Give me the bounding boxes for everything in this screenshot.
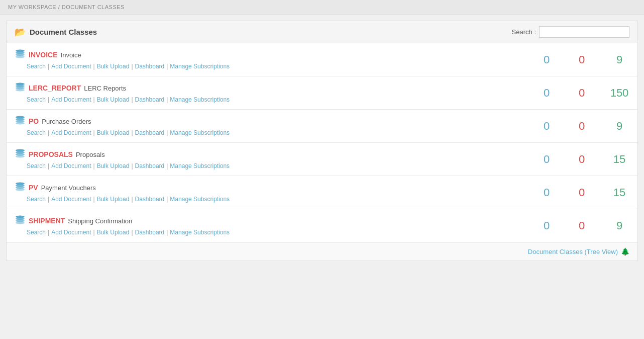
row-link-bulk-upload[interactable]: Bulk Upload [97,63,130,70]
row-links: Search | Add Document | Bulk Upload | Da… [15,129,529,136]
row-link-add-document[interactable]: Add Document [51,196,91,203]
row-link-add-document[interactable]: Add Document [51,63,91,70]
separator: | [166,196,168,203]
count-cyan: 0 [539,153,554,166]
separator: | [48,129,49,136]
search-input[interactable] [539,26,629,38]
class-name: LERC Reports [84,84,126,92]
separator: | [131,229,133,236]
table-row: LERC_REPORT LERC Reports Search | Add Do… [7,76,637,110]
breadcrumb-separator: / [58,4,60,10]
svg-point-3 [16,50,25,52]
count-red: 0 [574,87,589,100]
row-link-bulk-upload[interactable]: Bulk Upload [97,196,130,203]
separator: | [166,96,168,103]
row-link-bulk-upload[interactable]: Bulk Upload [97,129,130,136]
count-cyan: 0 [539,219,554,232]
row-link-search[interactable]: Search [27,229,46,236]
document-classes-list: INVOICE Invoice Search | Add Document | … [7,43,637,242]
row-link-add-document[interactable]: Add Document [51,162,91,170]
count-green: 9 [609,53,629,66]
row-counts: 0 0 9 [529,120,629,133]
row-link-dashboard[interactable]: Dashboard [135,96,165,103]
svg-point-15 [16,149,25,152]
separator: | [93,162,95,170]
row-link-add-document[interactable]: Add Document [51,96,91,103]
row-link-search[interactable]: Search [27,162,46,170]
class-name: Payment Vouchers [41,184,96,192]
row-link-dashboard[interactable]: Dashboard [135,229,165,236]
row-link-dashboard[interactable]: Dashboard [135,162,165,170]
count-red: 0 [574,153,589,166]
stack-icon [15,116,26,127]
class-name: Shipping Confirmation [68,217,132,225]
row-link-bulk-upload[interactable]: Bulk Upload [97,162,130,170]
header-title: 📂 Document Classes [15,27,97,38]
separator: | [48,162,49,170]
count-cyan: 0 [539,120,554,133]
row-links: Search | Add Document | Bulk Upload | Da… [15,196,529,203]
row-link-add-document[interactable]: Add Document [51,229,91,236]
row-link-manage-subscriptions[interactable]: Manage Subscriptions [170,196,230,203]
separator: | [166,63,168,70]
row-link-search[interactable]: Search [27,63,46,70]
separator: | [166,129,168,136]
header-bar: 📂 Document Classes Search : [7,21,637,43]
tree-view-link[interactable]: Document Classes (Tree View) [528,248,618,256]
search-area: Search : [512,26,629,38]
class-name: Invoice [61,51,81,59]
breadcrumb-workspace[interactable]: MY WORKSPACE [8,4,56,10]
table-row: PO Purchase Orders Search | Add Document… [7,110,637,143]
separator: | [48,63,49,70]
row-link-bulk-upload[interactable]: Bulk Upload [97,96,130,103]
class-code: PROPOSALS [29,150,73,158]
row-title-line: PV Payment Vouchers [15,182,529,193]
count-red: 0 [574,53,589,66]
row-link-dashboard[interactable]: Dashboard [135,63,165,70]
count-red: 0 [574,219,589,232]
row-links: Search | Add Document | Bulk Upload | Da… [15,96,529,103]
row-link-manage-subscriptions[interactable]: Manage Subscriptions [170,63,230,70]
row-link-manage-subscriptions[interactable]: Manage Subscriptions [170,229,230,236]
row-left: LERC_REPORT LERC Reports Search | Add Do… [15,82,529,103]
row-link-search[interactable]: Search [27,129,46,136]
class-name: Purchase Orders [42,118,91,125]
count-green: 15 [609,153,629,166]
row-link-add-document[interactable]: Add Document [51,129,91,136]
row-links: Search | Add Document | Bulk Upload | Da… [15,229,529,236]
breadcrumb-section: DOCUMENT CLASSES [62,4,125,10]
row-link-manage-subscriptions[interactable]: Manage Subscriptions [170,96,230,103]
row-link-dashboard[interactable]: Dashboard [135,196,165,203]
row-title-line: PROPOSALS Proposals [15,149,529,160]
separator: | [131,196,133,203]
stack-icon [15,215,26,226]
count-green: 15 [609,186,629,199]
row-left: INVOICE Invoice Search | Add Document | … [15,49,529,70]
main-container: 📂 Document Classes Search : [6,21,638,261]
row-link-manage-subscriptions[interactable]: Manage Subscriptions [170,162,230,170]
row-counts: 0 0 9 [529,53,629,66]
separator: | [48,96,49,103]
stack-icon [15,182,26,193]
separator: | [93,129,95,136]
row-counts: 0 0 150 [529,87,629,100]
row-left: PROPOSALS Proposals Search | Add Documen… [15,149,529,170]
row-title-line: INVOICE Invoice [15,49,529,60]
row-counts: 0 0 15 [529,153,629,166]
row-links: Search | Add Document | Bulk Upload | Da… [15,162,529,170]
count-green: 150 [609,87,629,100]
row-link-dashboard[interactable]: Dashboard [135,129,165,136]
count-red: 0 [574,120,589,133]
footer-bar: Document Classes (Tree View) 🌲 [7,242,637,261]
separator: | [131,162,133,170]
separator: | [166,229,168,236]
row-link-bulk-upload[interactable]: Bulk Upload [97,229,130,236]
search-label: Search : [512,28,536,36]
row-link-manage-subscriptions[interactable]: Manage Subscriptions [170,129,230,136]
row-counts: 0 0 15 [529,186,629,199]
separator: | [131,63,133,70]
row-links: Search | Add Document | Bulk Upload | Da… [15,63,529,70]
separator: | [48,229,49,236]
row-link-search[interactable]: Search [27,196,46,203]
row-link-search[interactable]: Search [27,96,46,103]
